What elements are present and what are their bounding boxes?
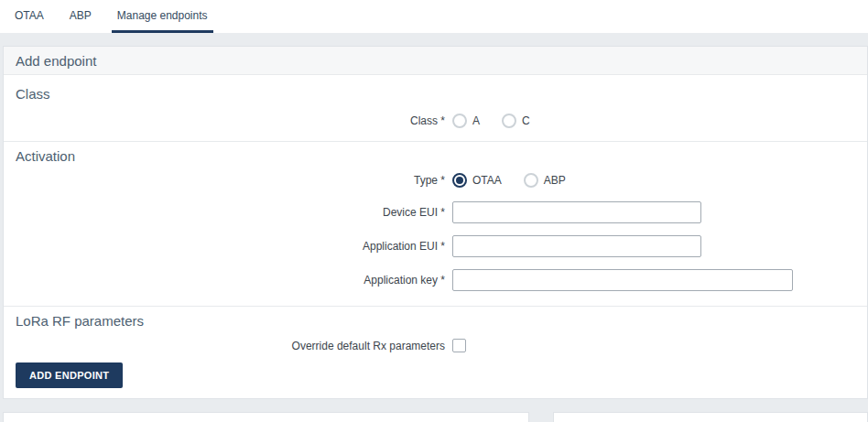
class-row: Class * A C <box>16 114 855 128</box>
radio-class-c[interactable]: C <box>502 114 530 128</box>
tab-abp[interactable]: ABP <box>64 0 97 33</box>
radio-circle-icon[interactable] <box>452 114 467 128</box>
application-key-label: Application key * <box>16 274 452 287</box>
radio-circle-icon[interactable] <box>502 114 516 128</box>
override-label: Override default Rx parameters <box>16 340 452 352</box>
application-eui-row: Application EUI * <box>16 235 855 257</box>
class-section-heading: Class <box>16 86 855 103</box>
application-eui-label: Application EUI * <box>16 240 452 253</box>
radio-circle-icon[interactable] <box>524 173 538 188</box>
radio-type-abp-label: ABP <box>544 174 566 187</box>
type-label: Type * <box>16 174 452 187</box>
bottom-right-card <box>553 412 868 422</box>
radio-type-otaa-label: OTAA <box>472 174 502 187</box>
section-class: Class Class * A C <box>4 86 867 141</box>
bottom-left-card <box>3 412 529 422</box>
radio-class-c-label: C <box>522 114 530 127</box>
tab-manage-endpoints[interactable]: Manage endpoints <box>112 0 213 33</box>
device-eui-row: Device EUI * <box>16 201 855 223</box>
section-lora-rf: LoRa RF parameters Override default Rx p… <box>4 306 867 398</box>
radio-class-a[interactable]: A <box>452 114 480 128</box>
bottom-cards-row <box>3 412 868 422</box>
add-endpoint-panel: Add endpoint Class Class * A C Activatio… <box>3 46 868 399</box>
activation-section-heading: Activation <box>16 148 855 165</box>
tabs-bar: OTAA ABP Manage endpoints <box>0 0 868 33</box>
radio-selected-icon[interactable] <box>452 173 467 188</box>
lora-section-heading: LoRa RF parameters <box>16 313 855 330</box>
panel-title: Add endpoint <box>4 47 867 75</box>
class-label: Class * <box>16 114 452 127</box>
class-radio-group: A C <box>452 114 530 128</box>
device-eui-field[interactable] <box>452 201 701 223</box>
override-checkbox[interactable] <box>452 339 466 352</box>
override-row: Override default Rx parameters <box>16 339 855 352</box>
type-radio-group: OTAA ABP <box>452 173 566 188</box>
radio-type-otaa[interactable]: OTAA <box>452 173 502 188</box>
device-eui-label: Device EUI * <box>16 206 452 219</box>
application-eui-field[interactable] <box>452 235 701 257</box>
radio-type-abp[interactable]: ABP <box>524 173 566 188</box>
tab-otaa[interactable]: OTAA <box>9 0 49 33</box>
add-endpoint-button[interactable]: ADD ENDPOINT <box>16 362 123 388</box>
application-key-row: Application key * <box>16 269 855 291</box>
section-activation: Activation Type * OTAA ABP Device EUI * … <box>4 141 867 306</box>
radio-class-a-label: A <box>472 114 480 127</box>
application-key-field[interactable] <box>452 269 793 291</box>
type-row: Type * OTAA ABP <box>16 173 855 188</box>
